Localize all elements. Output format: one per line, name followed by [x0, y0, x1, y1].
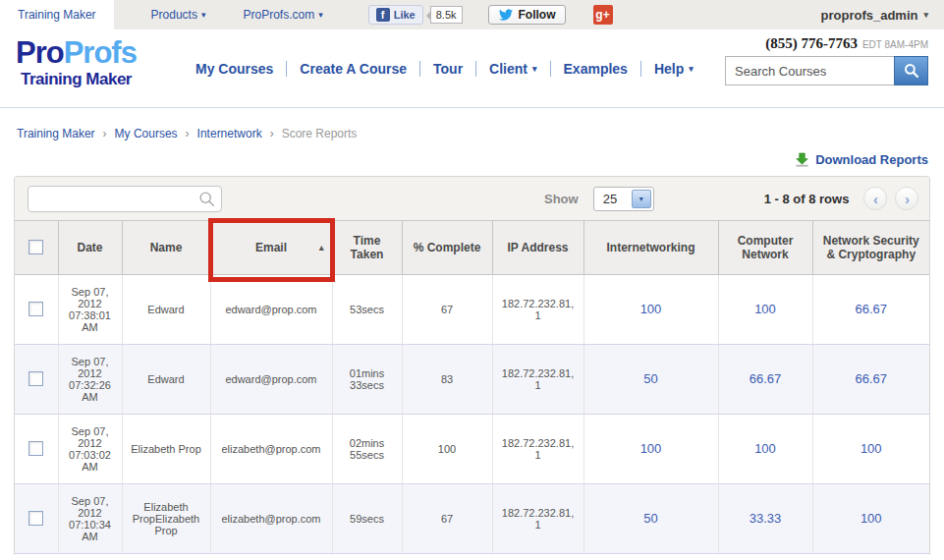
score-link-internetworking[interactable]: 50 [643, 371, 657, 386]
header-internetworking[interactable]: Internetworking [583, 221, 718, 274]
prev-page-button[interactable]: ‹ [863, 187, 887, 210]
download-reports-label: Download Reports [815, 152, 928, 167]
menu-proprofs-com[interactable]: ProProfs.com ▾ [243, 8, 322, 22]
phone-number: (855) 776-7763 [765, 35, 858, 52]
page-size-select[interactable]: 25 ▾ [593, 187, 654, 211]
breadcrumb-separator: › [186, 127, 190, 140]
cell-email: edward@prop.com [210, 274, 332, 344]
chevron-down-icon: ▾ [201, 11, 206, 20]
score-link-internetworking[interactable]: 100 [640, 441, 662, 456]
header-percent-complete[interactable]: % Complete [402, 221, 492, 274]
row-checkbox[interactable] [28, 441, 43, 456]
table-toolbar: Show 25 ▾ 1 - 8 of 8 rows ‹ › [15, 177, 929, 221]
nav-examples[interactable]: Examples [551, 61, 640, 77]
download-reports-link[interactable]: Download Reports [795, 152, 928, 167]
score-link-network-security[interactable]: 100 [861, 511, 882, 526]
course-search-button[interactable] [894, 56, 928, 85]
cell-ip-address: 182.72.232.81, 1 [492, 483, 583, 553]
search-icon [904, 63, 919, 79]
header-network-security[interactable]: Network Security & Cryptography [812, 221, 929, 274]
tab-training-maker[interactable]: Training Maker [0, 0, 114, 29]
search-icon [198, 191, 215, 207]
score-link-network-security[interactable]: 100 [861, 441, 882, 456]
breadcrumb-internetwork[interactable]: Internetwork [197, 127, 262, 140]
phone-hours: EDT 8AM-4PM [862, 39, 928, 50]
nav-client[interactable]: Client ▾ [476, 61, 549, 77]
breadcrumb-separator: › [270, 127, 274, 140]
chevron-down-icon: ▾ [689, 65, 694, 74]
breadcrumb-my-courses[interactable]: My Courses [115, 127, 178, 140]
row-checkbox[interactable] [28, 511, 43, 526]
cell-percent-complete: 67 [402, 483, 492, 553]
sort-ascending-icon: ▴ [319, 243, 324, 252]
header-computer-network[interactable]: Computer Network [718, 221, 812, 274]
facebook-like-label: Like [394, 9, 416, 21]
top-bar: Training Maker Products ▾ ProProfs.com ▾… [0, 0, 944, 29]
cell-name: Edward [122, 274, 210, 344]
score-link-computer-network[interactable]: 100 [754, 302, 776, 316]
table-header-row: Date Name Email ▴ Time Taken % Complete … [15, 221, 929, 274]
page-size-value: 25 [594, 192, 632, 206]
chevron-down-icon: ▾ [632, 190, 651, 208]
cell-date: Sep 07, 2012 07:03:02 AM [58, 414, 122, 483]
row-checkbox[interactable] [28, 302, 43, 316]
table-search-box [28, 186, 222, 212]
breadcrumb-training-maker[interactable]: Training Maker [17, 127, 95, 140]
nav-help[interactable]: Help ▾ [641, 61, 706, 77]
header-name[interactable]: Name [122, 221, 210, 274]
score-link-internetworking[interactable]: 100 [640, 302, 662, 316]
logo-part-pro: Pro [16, 35, 64, 70]
cell-time-taken: 01mins 33secs [332, 344, 402, 414]
twitter-follow-label: Follow [519, 8, 556, 22]
user-menu[interactable]: proprofs_admin ▾ [821, 8, 929, 23]
nav-create-a-course[interactable]: Create A Course [287, 61, 419, 77]
facebook-like-count: 8.5k [430, 6, 463, 24]
cell-name: Elizabeth PropElizabeth Prop [122, 483, 210, 553]
proprofs-logo[interactable]: ProProfs Training Maker [16, 37, 137, 89]
nav-my-courses[interactable]: My Courses [183, 61, 286, 77]
menu-products[interactable]: Products ▾ [151, 8, 206, 22]
username: proprofs_admin [821, 8, 918, 23]
show-label: Show [544, 192, 579, 206]
score-link-internetworking[interactable]: 50 [643, 511, 657, 526]
cell-time-taken: 53secs [332, 274, 402, 344]
google-plus-icon[interactable]: g+ [593, 5, 613, 25]
header-select-all [15, 221, 58, 274]
table-row: Sep 07, 2012 07:10:34 AM Elizabeth PropE… [15, 483, 929, 553]
cell-ip-address: 182.72.232.81, 1 [492, 344, 583, 414]
select-all-checkbox[interactable] [28, 240, 43, 254]
nav-tour[interactable]: Tour [420, 61, 475, 77]
header-date[interactable]: Date [58, 221, 122, 274]
cell-percent-complete: 83 [402, 344, 492, 414]
header-time-taken[interactable]: Time Taken [332, 221, 402, 274]
cell-time-taken: 02mins 55secs [332, 414, 402, 483]
facebook-icon: f [376, 8, 390, 22]
course-search-input[interactable] [725, 56, 894, 85]
chevron-down-icon: ▾ [318, 11, 323, 20]
cell-email: edward@prop.com [210, 344, 332, 414]
cell-date: Sep 07, 2012 07:10:34 AM [58, 483, 122, 553]
table-row: Sep 07, 2012 07:03:02 AM Elizabeth Prop … [15, 414, 929, 483]
header-ip-address[interactable]: IP Address [492, 221, 583, 274]
chevron-left-icon: ‹ [873, 192, 878, 206]
score-link-network-security[interactable]: 66.67 [855, 371, 887, 386]
cell-percent-complete: 67 [402, 274, 492, 344]
cell-time-taken: 59secs [332, 483, 402, 553]
chevron-down-icon: ▾ [532, 65, 537, 74]
score-link-computer-network[interactable]: 66.67 [750, 371, 782, 386]
cell-percent-complete: 100 [402, 414, 492, 483]
logo-part-profs: Profs [64, 35, 137, 70]
twitter-follow-button[interactable]: Follow [488, 5, 566, 25]
cell-email: elizabeth@prop.com [210, 483, 332, 553]
table-search-input[interactable] [36, 192, 198, 205]
score-link-computer-network[interactable]: 100 [754, 441, 776, 456]
next-page-button[interactable]: › [895, 187, 918, 210]
logo-subtitle: Training Maker [16, 70, 137, 89]
actions-row: Download Reports [0, 140, 944, 176]
row-checkbox[interactable] [28, 371, 43, 386]
header-email[interactable]: Email ▴ [210, 221, 332, 274]
score-link-computer-network[interactable]: 33.33 [750, 511, 782, 526]
facebook-like-button[interactable]: f Like [368, 5, 423, 25]
pagination: ‹ › [863, 187, 918, 210]
score-link-network-security[interactable]: 66.67 [855, 302, 887, 316]
